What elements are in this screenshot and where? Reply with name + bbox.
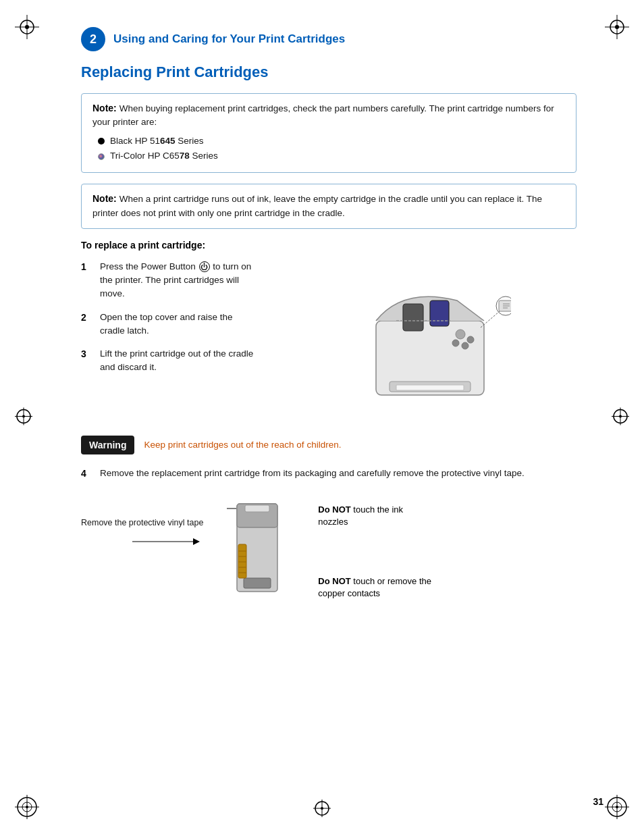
note1-text: When buying replacement print cartridges… bbox=[92, 103, 554, 127]
step-2-text: Open the top cover and raise the cradle … bbox=[100, 311, 257, 338]
note1-item-color: Tri-Color HP C6578 Series bbox=[98, 149, 565, 164]
chapter-header: 2 Using and Caring for Your Print Cartri… bbox=[81, 27, 603, 51]
note1-item-color-text: Tri-Color HP C6578 Series bbox=[110, 149, 218, 164]
svg-point-29 bbox=[321, 807, 323, 810]
do-not-nozzles-label: Do NOT touch the ink nozzles bbox=[318, 504, 433, 528]
printer-image-area bbox=[270, 260, 576, 415]
corner-mark-tr bbox=[603, 14, 630, 41]
do-not-1-bold: Do NOT bbox=[318, 504, 350, 515]
svg-rect-36 bbox=[403, 304, 423, 331]
printer-illustration bbox=[336, 267, 511, 415]
step-1: 1 Press the Power Button ⏻ to turn on th… bbox=[81, 260, 257, 301]
step-2-num: 2 bbox=[81, 311, 92, 338]
svg-point-21 bbox=[22, 415, 25, 417]
page-number: 31 bbox=[593, 796, 603, 807]
step-4-block: 4 Remove the replacement print cartridge… bbox=[81, 467, 576, 481]
svg-point-35 bbox=[452, 340, 459, 346]
section-title: Replacing Print Cartridges bbox=[81, 63, 603, 81]
page: 2 Using and Caring for Your Print Cartri… bbox=[0, 0, 644, 834]
step-3-num: 3 bbox=[81, 347, 92, 375]
note2-label: Note: bbox=[92, 193, 117, 204]
power-icon: ⏻ bbox=[199, 261, 210, 272]
corner-mark-br bbox=[603, 793, 630, 820]
note2-text: When a print cartridge runs out of ink, … bbox=[92, 194, 542, 217]
warning-row: Warning Keep print cartridges out of the… bbox=[81, 436, 576, 454]
do-not-2-bold: Do NOT bbox=[318, 576, 350, 586]
cartridge-diagram-area: Remove the protective vinyl tape bbox=[81, 497, 576, 607]
step-4-row: 4 Remove the replacement print cartridge… bbox=[81, 467, 576, 481]
do-not-contacts-label: Do NOT touch or remove the copper contac… bbox=[318, 575, 433, 600]
chapter-title: Using and Caring for Your Print Cartridg… bbox=[113, 32, 345, 46]
left-mid-mark bbox=[14, 406, 34, 428]
svg-point-34 bbox=[462, 342, 468, 349]
svg-rect-37 bbox=[430, 301, 449, 326]
bottom-center-mark bbox=[312, 798, 332, 820]
svg-point-25 bbox=[619, 415, 622, 417]
step-4-text: Remove the replacement print cartridge f… bbox=[100, 467, 525, 481]
svg-point-7 bbox=[615, 25, 619, 29]
steps-column: 1 Press the Power Button ⏻ to turn on th… bbox=[81, 260, 257, 415]
step-3: 3 Lift the print cartridge out of the cr… bbox=[81, 347, 257, 375]
remove-tape-label: Remove the protective vinyl tape bbox=[81, 517, 203, 529]
note-box-1: Note: When buying replacement print cart… bbox=[81, 93, 576, 173]
cartridge-right-labels: Do NOT touch the ink nozzles Do NOT touc… bbox=[318, 497, 433, 600]
right-mid-mark bbox=[610, 406, 630, 428]
svg-rect-39 bbox=[396, 385, 464, 390]
note1-item-black: Black HP 51645 Series bbox=[98, 134, 565, 149]
note1-label: Note: bbox=[92, 103, 117, 113]
bullet-color-icon bbox=[98, 153, 105, 160]
note-box-2: Note: When a print cartridge runs out of… bbox=[81, 184, 576, 229]
svg-marker-47 bbox=[193, 538, 200, 545]
svg-point-32 bbox=[456, 330, 465, 339]
svg-point-17 bbox=[616, 806, 618, 808]
cartridge-image bbox=[223, 497, 298, 607]
step-3-text: Lift the print cartridge out of the crad… bbox=[100, 347, 257, 375]
corner-mark-bl bbox=[14, 793, 41, 820]
svg-rect-51 bbox=[244, 578, 271, 588]
cartridge-left-label-area: Remove the protective vinyl tape bbox=[81, 497, 203, 552]
to-replace-heading: To replace a print cartridge: bbox=[81, 240, 603, 251]
svg-point-33 bbox=[467, 336, 474, 343]
step-2: 2 Open the top cover and raise the cradl… bbox=[81, 311, 257, 338]
steps-image-row: 1 Press the Power Button ⏻ to turn on th… bbox=[81, 260, 576, 415]
bullet-black-icon bbox=[98, 138, 105, 145]
step-1-num: 1 bbox=[81, 260, 92, 301]
svg-rect-50 bbox=[245, 505, 269, 512]
note1-item-black-text: Black HP 51645 Series bbox=[110, 134, 204, 149]
corner-mark-tl bbox=[14, 14, 41, 41]
svg-point-3 bbox=[25, 25, 29, 29]
chapter-number: 2 bbox=[81, 27, 105, 51]
note1-list: Black HP 51645 Series Tri-Color HP C6578… bbox=[92, 134, 565, 165]
warning-badge: Warning bbox=[81, 436, 134, 454]
step-1-text: Press the Power Button ⏻ to turn on the … bbox=[100, 260, 257, 301]
warning-text: Keep print cartridges out of the reach o… bbox=[144, 440, 341, 450]
step-4-num: 4 bbox=[81, 467, 92, 481]
svg-point-12 bbox=[26, 806, 28, 808]
